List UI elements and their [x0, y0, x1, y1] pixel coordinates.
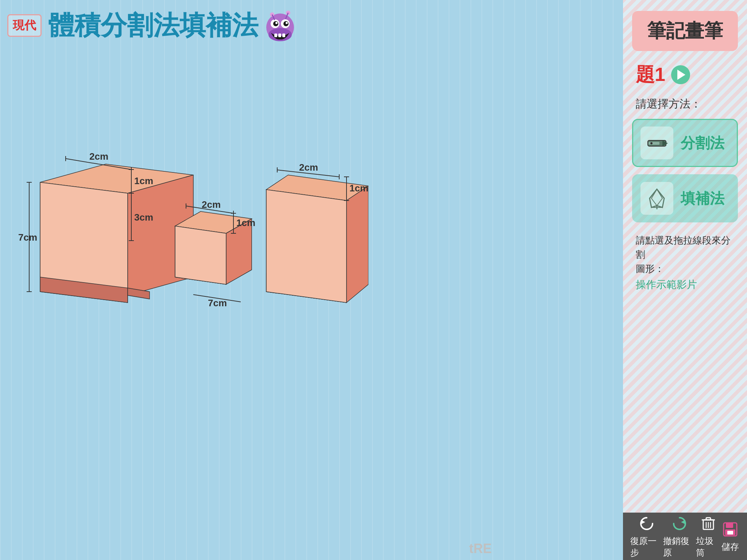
svg-text:1cm: 1cm [236, 217, 255, 228]
svg-point-68 [650, 142, 653, 144]
tool-title: 筆記畫筆 [647, 20, 723, 41]
svg-marker-56 [266, 190, 347, 303]
svg-rect-83 [727, 531, 733, 534]
method2-icon-box [640, 182, 673, 215]
svg-point-9 [275, 22, 278, 24]
main-canvas: 現代 體積分割法填補法 [0, 0, 623, 560]
svg-rect-76 [706, 518, 711, 520]
question-label: 題1 [636, 62, 665, 88]
svg-point-10 [286, 22, 288, 24]
method1-button[interactable]: 分割法 [632, 119, 738, 167]
tool-title-box: 筆記畫筆 [632, 11, 738, 51]
svg-text:2cm: 2cm [202, 199, 221, 210]
svg-rect-81 [726, 523, 733, 528]
undo-icon [637, 514, 656, 533]
svg-marker-73 [681, 520, 685, 524]
method1-icon-box [640, 127, 673, 159]
svg-text:7cm: 7cm [208, 298, 227, 308]
svg-text:1cm: 1cm [134, 175, 153, 186]
watermark-text: tRE [469, 541, 492, 556]
question-row: 題1 [632, 62, 738, 88]
play-icon [677, 70, 685, 80]
undo-label: 復原一步 [630, 535, 663, 559]
save-label: 儲存 [721, 541, 739, 553]
save-icon [721, 520, 740, 539]
redo-button[interactable]: 撤銷復原 [663, 514, 696, 559]
redo-label: 撤銷復原 [663, 535, 696, 559]
undo-button[interactable]: 復原一步 [630, 514, 663, 559]
svg-marker-41 [175, 226, 226, 284]
trash-label: 垃圾筒 [696, 535, 721, 559]
modern-label-box: 現代 [7, 14, 42, 37]
svg-text:2cm: 2cm [299, 162, 318, 173]
svg-text:1cm: 1cm [349, 183, 368, 194]
method2-button[interactable]: 填補法 [632, 174, 738, 222]
svg-rect-67 [649, 142, 659, 145]
svg-rect-3 [278, 34, 281, 37]
svg-marker-55 [347, 186, 368, 303]
trash-icon [699, 514, 718, 533]
svg-text:3cm: 3cm [134, 212, 153, 223]
cutter-icon [644, 130, 670, 156]
instruction-link[interactable]: 操作示範影片 [632, 278, 738, 292]
method2-label: 填補法 [681, 188, 724, 209]
svg-text:7cm: 7cm [18, 232, 37, 243]
sidebar: 筆記畫筆 題1 請選擇方法： 分割法 [623, 0, 747, 560]
shapes-diagram: 2cm 1cm 3cm 7cm 2cm [18, 66, 368, 321]
svg-rect-2 [274, 34, 277, 37]
svg-text:2cm: 2cm [89, 151, 108, 162]
bottom-toolbar: 復原一步 撤銷復原 垃圾筒 [623, 513, 747, 560]
svg-marker-20 [40, 182, 128, 288]
instruction-text: 請點選及拖拉線段來分割圖形： [632, 233, 738, 276]
header: 現代 體積分割法填補法 [7, 7, 298, 44]
save-button[interactable]: 儲存 [721, 520, 740, 553]
modern-label: 現代 [13, 19, 36, 32]
method1-label: 分割法 [681, 133, 724, 153]
trash-button[interactable]: 垃圾筒 [696, 514, 721, 559]
page-title: 體積分割法填補法 [48, 8, 258, 43]
pen-icon [644, 186, 670, 211]
play-button[interactable] [671, 65, 690, 84]
monster-icon [262, 7, 298, 44]
svg-marker-72 [641, 520, 645, 524]
redo-icon [670, 514, 689, 533]
svg-rect-4 [282, 34, 285, 37]
choose-method-label: 請選擇方法： [632, 97, 738, 112]
